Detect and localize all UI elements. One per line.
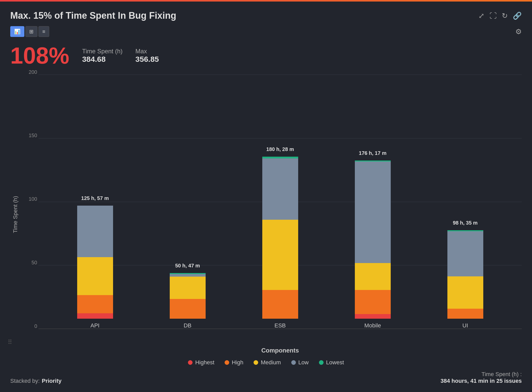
table-view-button[interactable]: ⊞ xyxy=(25,26,37,37)
bar-segment-high xyxy=(170,299,206,319)
legend-item: Lowest xyxy=(319,359,344,366)
bar-x-label: Mobile xyxy=(364,322,381,329)
legend-dot xyxy=(225,360,229,365)
bar-segment-low xyxy=(77,206,113,257)
stacked-by-label: Stacked by: xyxy=(10,378,40,384)
bars-container: 125 h, 57 mAPI50 h, 47 mDB180 h, 28 mESB… xyxy=(38,75,522,329)
legend-label: High xyxy=(232,359,243,366)
bar-x-label: DB xyxy=(184,322,192,329)
legend-item: Medium xyxy=(254,359,281,366)
bar-segment-high xyxy=(355,290,391,314)
legend-label: Lowest xyxy=(326,359,344,366)
legend-dot xyxy=(319,360,324,365)
fullscreen-icon[interactable]: ⛶ xyxy=(489,12,497,20)
x-axis-title: Components xyxy=(23,347,522,354)
legend-dot xyxy=(254,360,258,365)
bar-total-label: 98 h, 35 m xyxy=(453,220,478,226)
y-axis-label: Time Spent (h) xyxy=(10,75,21,354)
y-axis-tick-label: 150 xyxy=(26,133,37,138)
bar-segment-low xyxy=(355,162,391,263)
top-accent-bar xyxy=(0,0,532,2)
link-icon[interactable]: 🔗 xyxy=(513,12,522,20)
chart-wrapper: Time Spent (h) 050100150200 125 h, 57 mA… xyxy=(10,75,522,354)
bar-stack[interactable]: 98 h, 35 m xyxy=(447,230,483,319)
legend-item: Highest xyxy=(188,359,214,366)
grid-area: 050100150200 125 h, 57 mAPI50 h, 47 mDB1… xyxy=(23,75,522,344)
header-icon-group: ⤢ ⛶ ↻ 🔗 xyxy=(478,12,522,20)
bar-x-label: API xyxy=(91,322,99,329)
legend-dot xyxy=(291,360,296,365)
metrics-row: 108% Time Spent (h) 384.68 Max 356.85 xyxy=(10,44,522,67)
header: Max. 15% of Time Spent In Bug Fixing ⤢ ⛶… xyxy=(10,10,522,21)
bar-segment-lowest xyxy=(262,157,298,158)
bar-group: 176 h, 17 mMobile xyxy=(355,160,391,329)
bar-total-label: 125 h, 57 m xyxy=(81,195,109,201)
chart-inner: 050100150200 125 h, 57 mAPI50 h, 47 mDB1… xyxy=(23,75,522,354)
bar-segment-high xyxy=(447,309,483,319)
bar-group: 180 h, 28 mESB xyxy=(262,157,298,329)
legend-item: Low xyxy=(291,359,309,366)
view-button-group: 📊 ⊞ ≡ xyxy=(10,26,49,37)
expand-icon[interactable]: ⤢ xyxy=(478,12,484,20)
dashboard-container: Max. 15% of Time Spent In Bug Fixing ⤢ ⛶… xyxy=(0,0,532,392)
time-spent-value: 384.68 xyxy=(82,55,123,64)
bar-group: 125 h, 57 mAPI xyxy=(77,206,113,329)
bar-segment-highest xyxy=(355,314,391,319)
bar-segment-high xyxy=(262,290,298,319)
bar-stack[interactable]: 180 h, 28 m xyxy=(262,157,298,319)
stacked-by-value: Priority xyxy=(42,378,62,384)
max-metric: Max 356.85 xyxy=(135,48,159,64)
legend-dot xyxy=(188,360,193,365)
settings-icon[interactable]: ⚙ xyxy=(515,27,522,36)
bar-segment-medium xyxy=(77,257,113,295)
chart-legend: HighestHighMediumLowLowest xyxy=(10,359,522,366)
drag-handle-icon[interactable]: ⠿ xyxy=(8,339,12,346)
time-spent-label: Time Spent (h) xyxy=(82,48,123,55)
time-spent-metric: Time Spent (h) 384.68 xyxy=(82,48,123,64)
bar-segment-low xyxy=(262,158,298,220)
y-axis-tick-label: 200 xyxy=(26,69,37,75)
bar-total-label: 176 h, 17 m xyxy=(359,150,387,156)
bar-group: 98 h, 35 mUI xyxy=(447,230,483,329)
bar-segment-medium xyxy=(262,220,298,290)
bar-segment-high xyxy=(77,295,113,313)
y-axis-tick-label: 50 xyxy=(26,259,37,265)
bar-stack[interactable]: 125 h, 57 m xyxy=(77,206,113,319)
bar-stack[interactable]: 176 h, 17 m xyxy=(355,160,391,319)
bar-total-label: 50 h, 47 m xyxy=(175,263,200,269)
summary-value: 384 hours, 41 min in 25 issues xyxy=(440,378,522,384)
max-value: 356.85 xyxy=(135,55,159,64)
bar-segment-medium xyxy=(170,277,206,299)
bar-group: 50 h, 47 mDB xyxy=(170,273,206,329)
bar-total-label: 180 h, 28 m xyxy=(266,146,294,152)
bar-x-label: ESB xyxy=(274,322,286,329)
bar-x-label: UI xyxy=(463,322,468,329)
legend-label: Low xyxy=(298,359,309,366)
legend-item: High xyxy=(225,359,243,366)
bar-segment-medium xyxy=(355,263,391,290)
footer: Stacked by: Priority Time Spent (h) : 38… xyxy=(10,371,522,384)
legend-label: Medium xyxy=(261,359,281,366)
page-title: Max. 15% of Time Spent In Bug Fixing xyxy=(10,10,176,21)
list-view-button[interactable]: ≡ xyxy=(38,26,49,37)
bar-segment-highest xyxy=(77,313,113,319)
bar-segment-medium xyxy=(447,276,483,309)
y-axis-tick-label: 100 xyxy=(26,196,37,202)
bar-segment-low xyxy=(447,231,483,276)
refresh-icon[interactable]: ↻ xyxy=(502,12,508,20)
chart-view-button[interactable]: 📊 xyxy=(10,26,24,37)
stacked-by-section: Stacked by: Priority xyxy=(10,378,62,384)
max-label: Max xyxy=(135,48,159,55)
percentage-value: 108% xyxy=(10,44,69,67)
legend-label: Highest xyxy=(195,359,214,366)
bar-segment-low xyxy=(170,274,206,277)
time-spent-summary: Time Spent (h) : 384 hours, 41 min in 25… xyxy=(440,371,522,384)
view-toolbar: 📊 ⊞ ≡ ⚙ xyxy=(10,26,522,37)
bar-stack[interactable]: 50 h, 47 m xyxy=(170,273,206,319)
y-axis-tick-label: 0 xyxy=(26,323,37,329)
summary-label: Time Spent (h) : xyxy=(481,371,522,377)
chart-area: Time Spent (h) 050100150200 125 h, 57 mA… xyxy=(10,75,522,368)
